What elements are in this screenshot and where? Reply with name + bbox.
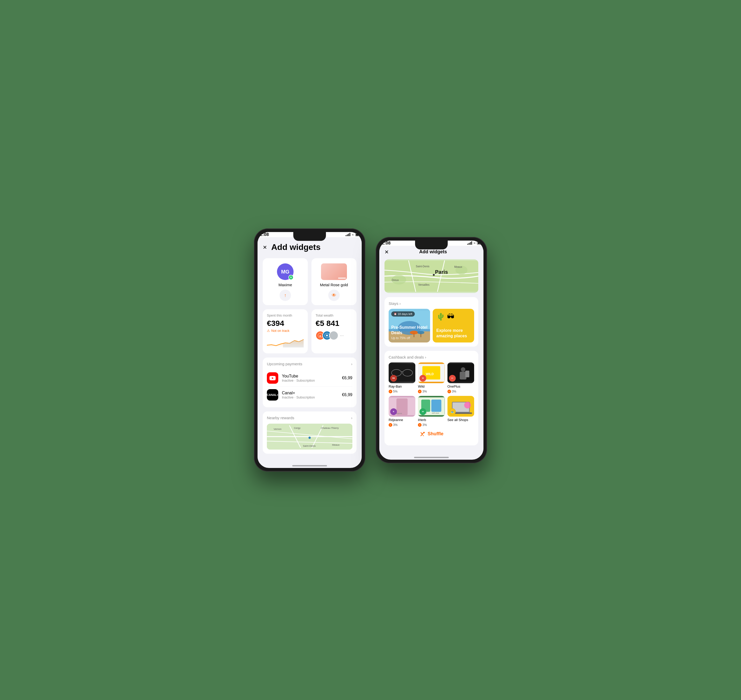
oneplus-name: OnePlus	[448, 384, 461, 388]
stay-days-badge: ⏰ 18 days left	[391, 311, 415, 316]
wealth-label: Total wealth	[315, 313, 352, 317]
upcoming-payments-card: Upcoming payments › YouTube Inactive · S…	[263, 357, 357, 407]
right-wifi-icon: ≈	[474, 241, 475, 245]
explore-emojis: 🌵 🕶	[436, 312, 471, 321]
youtube-meta: Inactive · Subscription	[282, 378, 342, 382]
right-page-title: Add widgets	[396, 249, 470, 254]
account-card-maxime[interactable]: MG N Maxime ↑	[263, 258, 308, 305]
send-icon: ↑	[284, 293, 286, 298]
svg-point-14	[308, 437, 311, 439]
upcoming-chevron[interactable]: ›	[351, 362, 352, 366]
rayban-cashback: c 5%	[389, 390, 398, 393]
iherb-badge: iH	[420, 408, 426, 415]
spent-amount: €394	[267, 319, 304, 328]
stay-card-hotel[interactable]: ⏰ 18 days left Pre-Summer Hotel Deals Up…	[389, 309, 430, 343]
avatar-maxime: MG N	[277, 263, 293, 280]
card-image-metal	[321, 263, 347, 280]
send-button[interactable]: ↑	[280, 290, 291, 301]
shop-iherb[interactable]: iHerb earth pops iH iHerb c 3%	[418, 396, 445, 427]
svg-text:Vernon: Vernon	[274, 428, 282, 430]
avatar-badge: N	[288, 275, 293, 280]
wild-cashback: c 3%	[418, 390, 427, 393]
shuffle-button[interactable]: Shuffle	[389, 427, 474, 441]
not-on-track-status: ⚠ Not on track	[267, 329, 304, 332]
rejeanne-cashback: c 3%	[389, 423, 398, 427]
stay-card-explore[interactable]: 🌵 🕶 Explore more amazing places	[433, 309, 474, 343]
stays-chevron[interactable]: ›	[399, 301, 401, 306]
svg-text:Saint-Denis: Saint-Denis	[303, 444, 316, 447]
shop-rejeanne[interactable]: réjeanne R Réjeanne c 3%	[389, 396, 415, 427]
right-status-time: 12:08	[379, 241, 390, 246]
cashback-icon-iherb: c	[418, 423, 421, 427]
stay-subtitle-hotel: Up to 75% off	[391, 336, 427, 340]
shop-rayban[interactable]: RB Ray-Ban c 5%	[389, 362, 415, 393]
stays-header: Stays ›	[389, 301, 474, 306]
wealth-widget[interactable]: Total wealth €5 841 ···	[311, 309, 357, 353]
sunglasses-emoji: 🕶	[447, 312, 454, 321]
upcoming-header: Upcoming payments ›	[267, 362, 352, 366]
left-phone: 12:08 ≈ ✕ Add widgets	[254, 228, 365, 472]
spent-label: Spent this month	[267, 313, 304, 317]
svg-point-19	[433, 274, 435, 276]
right-phone: 12:08 ≈ ✕ Add widgets	[376, 237, 487, 463]
page-title: Add widgets	[271, 243, 320, 252]
rejeanne-name: Réjeanne	[389, 418, 403, 422]
nearby-title: Nearby rewards	[267, 416, 294, 420]
wealth-avatars: ···	[315, 331, 352, 340]
svg-rect-42	[465, 371, 470, 377]
stay-title-hotel: Pre-Summer Hotel Deals	[391, 325, 427, 336]
maps-widget[interactable]: Paris Meaux Saint-Denis Dreux Versailles…	[384, 259, 478, 293]
right-home-indicator	[414, 457, 449, 458]
close-button[interactable]: ✕	[263, 244, 267, 250]
shops-grid: RB Ray-Ban c 5%	[389, 362, 474, 427]
explore-content: 🌵 🕶 Explore more amazing places	[433, 309, 474, 343]
shop-see-all[interactable]: 🏪 See all Shops	[448, 396, 474, 427]
oneplus-img: 1+	[448, 362, 474, 383]
shuffle-label: Shuffle	[428, 431, 443, 437]
svg-text:Versailles: Versailles	[418, 283, 430, 286]
accounts-row: MG N Maxime ↑ Metal Rose gold	[263, 258, 357, 305]
wild-badge: W	[420, 375, 426, 382]
right-close-button[interactable]: ✕	[384, 249, 389, 255]
upcoming-title: Upcoming payments	[267, 362, 302, 366]
payment-canalplus[interactable]: CANAL+ Canal+ Inactive · Subscription €6…	[267, 387, 352, 403]
cashback-panel: Cashback and deals ›	[384, 351, 478, 446]
shop-oneplus[interactable]: 1+ OnePlus c 3%	[448, 362, 474, 393]
wealth-avatar-3	[329, 331, 338, 340]
cashback-title: Cashback and deals	[389, 355, 424, 359]
warning-icon: ⚠	[267, 329, 270, 332]
nearby-rewards-card: Nearby rewards › Vernon Cergy Chat	[263, 412, 357, 454]
rayban-badge: RB	[390, 375, 397, 382]
iherb-cashback: c 3%	[418, 423, 427, 427]
rejeanne-img: réjeanne R	[389, 396, 415, 417]
notch-right	[415, 241, 448, 249]
canalplus-amount: €6,99	[342, 393, 352, 397]
rayban-name: Ray-Ban	[389, 384, 402, 388]
account-name-metal: Metal Rose gold	[320, 282, 348, 287]
nearby-chevron[interactable]: ›	[351, 416, 352, 420]
iherb-name: iHerb	[418, 418, 426, 422]
cactus-emoji: 🌵	[436, 312, 445, 321]
home-indicator	[292, 465, 327, 466]
right-signal-icon	[467, 242, 472, 245]
account-card-metal[interactable]: Metal Rose gold 👁	[311, 258, 357, 305]
cashback-chevron[interactable]: ›	[425, 355, 426, 359]
youtube-name: YouTube	[282, 374, 342, 378]
view-button[interactable]: 👁	[328, 290, 340, 301]
cashback-header: Cashback and deals ›	[389, 355, 474, 359]
shop-wild[interactable]: WILD W Wild c 3%	[418, 362, 445, 393]
iherb-img: iHerb earth pops iH	[418, 396, 445, 417]
stays-cards: ⏰ 18 days left Pre-Summer Hotel Deals Up…	[389, 309, 474, 343]
wild-name: Wild	[418, 384, 424, 388]
stays-title: Stays	[389, 301, 399, 306]
payment-youtube[interactable]: YouTube Inactive · Subscription €6,99	[267, 370, 352, 387]
wifi-icon: ≈	[352, 233, 354, 237]
left-screen: 12:08 ≈ ✕ Add widgets	[258, 232, 362, 468]
explore-title: Explore more amazing places	[436, 328, 471, 339]
spent-widget[interactable]: Spent this month €394 ⚠ Not on track	[263, 309, 308, 353]
nearby-map: Vernon Cergy Chateau-Thierry Saint-Denis…	[267, 424, 352, 450]
sparkline-svg	[267, 335, 304, 348]
right-screen: 12:08 ≈ ✕ Add widgets	[379, 241, 483, 460]
status-time: 12:08	[258, 232, 269, 237]
oneplus-badge: 1+	[449, 375, 456, 382]
